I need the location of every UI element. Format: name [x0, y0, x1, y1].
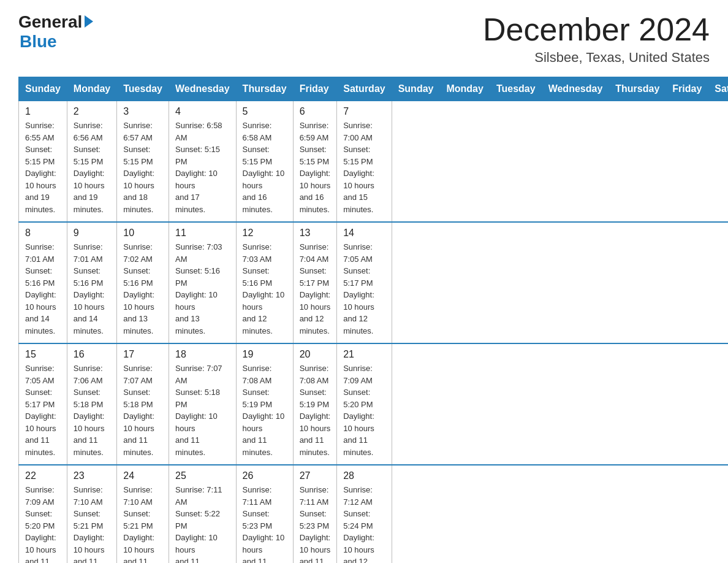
day-info: Sunrise: 7:09 AM Sunset: 5:20 PM Dayligh… — [343, 362, 385, 458]
day-number: 12 — [243, 228, 287, 239]
calendar-cell: 7Sunrise: 7:00 AM Sunset: 5:15 PM Daylig… — [337, 101, 392, 223]
day-number: 11 — [175, 228, 230, 239]
day-number: 4 — [175, 106, 230, 117]
header-saturday: Saturday — [337, 77, 392, 101]
calendar-cell: 28Sunrise: 7:12 AM Sunset: 5:24 PM Dayli… — [337, 465, 392, 563]
day-info: Sunrise: 7:05 AM Sunset: 5:17 PM Dayligh… — [343, 241, 385, 337]
calendar-cell: 23Sunrise: 7:10 AM Sunset: 5:21 PM Dayli… — [67, 465, 116, 563]
calendar-cell: 2Sunrise: 6:56 AM Sunset: 5:15 PM Daylig… — [67, 101, 116, 223]
month-title: December 2024 — [483, 12, 710, 47]
day-number: 21 — [343, 349, 385, 360]
header-friday: Friday — [293, 77, 337, 101]
day-info: Sunrise: 7:07 AM Sunset: 5:18 PM Dayligh… — [123, 362, 162, 458]
header-monday: Monday — [67, 77, 116, 101]
calendar-cell: 26Sunrise: 7:11 AM Sunset: 5:23 PM Dayli… — [236, 465, 293, 563]
day-number: 23 — [74, 470, 110, 481]
logo-blue-text: Blue — [20, 32, 57, 52]
calendar-cell: 20Sunrise: 7:08 AM Sunset: 5:19 PM Dayli… — [293, 343, 337, 465]
day-number: 2 — [74, 106, 110, 117]
calendar-cell: 21Sunrise: 7:09 AM Sunset: 5:20 PM Dayli… — [337, 343, 392, 465]
day-number: 13 — [300, 228, 331, 239]
day-number: 5 — [243, 106, 287, 117]
calendar-cell: 5Sunrise: 6:58 AM Sunset: 5:15 PM Daylig… — [236, 101, 293, 223]
header-wednesday: Wednesday — [542, 77, 609, 101]
header-tuesday: Tuesday — [490, 77, 542, 101]
calendar-cell: 16Sunrise: 7:06 AM Sunset: 5:18 PM Dayli… — [67, 343, 116, 465]
logo: General Blue — [18, 12, 93, 52]
calendar-cell: 11Sunrise: 7:03 AM Sunset: 5:16 PM Dayli… — [169, 222, 236, 343]
day-info: Sunrise: 6:58 AM Sunset: 5:15 PM Dayligh… — [175, 120, 230, 215]
calendar-cell: 27Sunrise: 7:11 AM Sunset: 5:23 PM Dayli… — [293, 465, 337, 563]
calendar-cell: 19Sunrise: 7:08 AM Sunset: 5:19 PM Dayli… — [236, 343, 293, 465]
day-number: 20 — [300, 349, 331, 360]
header-monday: Monday — [440, 77, 490, 101]
day-info: Sunrise: 7:03 AM Sunset: 5:16 PM Dayligh… — [243, 241, 287, 337]
day-number: 1 — [25, 106, 61, 117]
day-number: 15 — [25, 349, 61, 360]
calendar-cell: 12Sunrise: 7:03 AM Sunset: 5:16 PM Dayli… — [236, 222, 293, 343]
calendar-cell: 4Sunrise: 6:58 AM Sunset: 5:15 PM Daylig… — [169, 101, 236, 223]
day-info: Sunrise: 6:56 AM Sunset: 5:15 PM Dayligh… — [74, 120, 110, 215]
logo-general-text: General — [18, 12, 82, 32]
day-info: Sunrise: 7:06 AM Sunset: 5:18 PM Dayligh… — [74, 362, 110, 458]
day-number: 9 — [74, 228, 110, 239]
day-number: 26 — [243, 470, 287, 481]
day-number: 24 — [123, 470, 162, 481]
calendar-week-1: 1Sunrise: 6:55 AM Sunset: 5:15 PM Daylig… — [19, 101, 729, 223]
calendar-cell: 1Sunrise: 6:55 AM Sunset: 5:15 PM Daylig… — [19, 101, 67, 223]
day-number: 10 — [123, 228, 162, 239]
day-number: 7 — [343, 106, 385, 117]
day-number: 8 — [25, 228, 61, 239]
header-wednesday: Wednesday — [169, 77, 236, 101]
header-sunday: Sunday — [19, 77, 67, 101]
header-sunday: Sunday — [392, 77, 440, 101]
day-info: Sunrise: 7:11 AM Sunset: 5:22 PM Dayligh… — [175, 484, 230, 563]
page-header: General Blue December 2024 Silsbee, Texa… — [18, 12, 710, 66]
title-block: December 2024 Silsbee, Texas, United Sta… — [483, 12, 710, 66]
calendar-cell: 14Sunrise: 7:05 AM Sunset: 5:17 PM Dayli… — [337, 222, 392, 343]
day-number: 19 — [243, 349, 287, 360]
calendar-cell: 10Sunrise: 7:02 AM Sunset: 5:16 PM Dayli… — [117, 222, 169, 343]
day-info: Sunrise: 7:11 AM Sunset: 5:23 PM Dayligh… — [243, 484, 287, 563]
calendar-header-row: SundayMondayTuesdayWednesdayThursdayFrid… — [19, 77, 729, 101]
calendar-table: SundayMondayTuesdayWednesdayThursdayFrid… — [18, 77, 728, 563]
day-info: Sunrise: 6:55 AM Sunset: 5:15 PM Dayligh… — [25, 120, 61, 215]
calendar-cell: 15Sunrise: 7:05 AM Sunset: 5:17 PM Dayli… — [19, 343, 67, 465]
calendar-week-4: 22Sunrise: 7:09 AM Sunset: 5:20 PM Dayli… — [19, 465, 729, 563]
day-info: Sunrise: 7:01 AM Sunset: 5:16 PM Dayligh… — [74, 241, 110, 337]
day-info: Sunrise: 7:10 AM Sunset: 5:21 PM Dayligh… — [123, 484, 162, 563]
calendar-cell: 3Sunrise: 6:57 AM Sunset: 5:15 PM Daylig… — [117, 101, 169, 223]
header-thursday: Thursday — [609, 77, 666, 101]
calendar-cell: 13Sunrise: 7:04 AM Sunset: 5:17 PM Dayli… — [293, 222, 337, 343]
location-title: Silsbee, Texas, United States — [483, 50, 710, 66]
calendar-cell: 17Sunrise: 7:07 AM Sunset: 5:18 PM Dayli… — [117, 343, 169, 465]
day-info: Sunrise: 7:10 AM Sunset: 5:21 PM Dayligh… — [74, 484, 110, 563]
day-info: Sunrise: 6:58 AM Sunset: 5:15 PM Dayligh… — [243, 120, 287, 215]
day-number: 16 — [74, 349, 110, 360]
day-number: 14 — [343, 228, 385, 239]
header-saturday: Saturday — [708, 77, 728, 101]
header-friday: Friday — [666, 77, 708, 101]
day-number: 28 — [343, 470, 385, 481]
day-info: Sunrise: 7:01 AM Sunset: 5:16 PM Dayligh… — [25, 241, 61, 337]
calendar-cell: 8Sunrise: 7:01 AM Sunset: 5:16 PM Daylig… — [19, 222, 67, 343]
calendar-cell: 9Sunrise: 7:01 AM Sunset: 5:16 PM Daylig… — [67, 222, 116, 343]
day-info: Sunrise: 7:03 AM Sunset: 5:16 PM Dayligh… — [175, 241, 230, 337]
day-number: 22 — [25, 470, 61, 481]
day-info: Sunrise: 7:08 AM Sunset: 5:19 PM Dayligh… — [300, 362, 331, 458]
day-info: Sunrise: 7:12 AM Sunset: 5:24 PM Dayligh… — [343, 484, 385, 563]
calendar-cell: 6Sunrise: 6:59 AM Sunset: 5:15 PM Daylig… — [293, 101, 337, 223]
day-number: 3 — [123, 106, 162, 117]
day-info: Sunrise: 7:02 AM Sunset: 5:16 PM Dayligh… — [123, 241, 162, 337]
day-number: 17 — [123, 349, 162, 360]
calendar-week-2: 8Sunrise: 7:01 AM Sunset: 5:16 PM Daylig… — [19, 222, 729, 343]
day-info: Sunrise: 7:08 AM Sunset: 5:19 PM Dayligh… — [243, 362, 287, 458]
day-info: Sunrise: 6:57 AM Sunset: 5:15 PM Dayligh… — [123, 120, 162, 215]
day-info: Sunrise: 7:05 AM Sunset: 5:17 PM Dayligh… — [25, 362, 61, 458]
calendar-cell: 22Sunrise: 7:09 AM Sunset: 5:20 PM Dayli… — [19, 465, 67, 563]
day-info: Sunrise: 6:59 AM Sunset: 5:15 PM Dayligh… — [300, 120, 331, 215]
logo-text: General — [18, 12, 93, 32]
header-thursday: Thursday — [236, 77, 293, 101]
day-info: Sunrise: 7:09 AM Sunset: 5:20 PM Dayligh… — [25, 484, 61, 563]
calendar-cell: 25Sunrise: 7:11 AM Sunset: 5:22 PM Dayli… — [169, 465, 236, 563]
